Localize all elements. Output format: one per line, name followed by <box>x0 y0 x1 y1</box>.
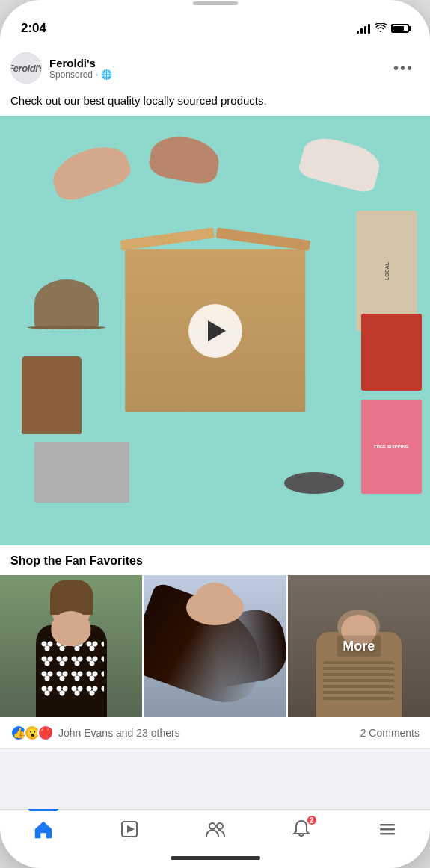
sneaker-decoration <box>297 132 383 193</box>
svg-rect-6 <box>380 833 395 835</box>
phone-bottom-bar <box>0 847 430 868</box>
notch <box>163 6 268 27</box>
status-time: 2:04 <box>21 21 46 36</box>
local-sign: LOCAL <box>357 211 417 331</box>
shoe1-decoration <box>46 138 134 205</box>
speaker <box>193 1 238 5</box>
svg-rect-5 <box>380 828 395 831</box>
reactions-text[interactable]: John Evans and 23 others <box>58 727 180 739</box>
more-options-button[interactable]: ••• <box>387 57 420 80</box>
sunglasses-decoration <box>284 472 345 494</box>
folded-item <box>34 442 129 503</box>
thumb-2-bg <box>144 575 286 717</box>
nav-home[interactable] <box>21 816 66 843</box>
notification-badge: 2 <box>306 814 318 826</box>
feed-content[interactable]: Feroldi's Feroldi's Sponsored · 🌐 ••• Ch… <box>0 43 430 809</box>
home-bar <box>171 856 260 860</box>
signal-icon <box>357 23 370 34</box>
product-thumbnails: More <box>0 575 430 717</box>
home-icon <box>33 819 54 840</box>
thumb-3[interactable]: More <box>288 575 430 717</box>
hat-decoration <box>34 279 99 326</box>
reactions-row: 👍 😮 ❤️ John Evans and 23 others 2 Commen… <box>0 717 430 749</box>
play-triangle-icon <box>208 320 226 341</box>
status-icons <box>357 22 409 34</box>
reaction-emojis: 👍 😮 ❤️ <box>10 725 54 741</box>
free-shipping-sign: FREE SHIPPING <box>361 400 422 495</box>
thumb-1-bg <box>0 575 142 717</box>
comments-count[interactable]: 2 Comments <box>360 727 420 739</box>
menu-icon <box>377 819 398 840</box>
nav-menu[interactable] <box>365 816 410 843</box>
watch-icon <box>119 819 140 840</box>
phone-frame: 2:04 <box>0 0 430 868</box>
boot-decoration <box>22 356 82 434</box>
top-bar <box>0 0 430 6</box>
bottom-nav: 2 <box>0 809 430 847</box>
avatar-text: Feroldi's <box>10 63 42 74</box>
author-details: Feroldi's Sponsored · 🌐 <box>49 57 112 80</box>
sponsored-label: Sponsored <box>49 69 93 80</box>
svg-point-2 <box>209 823 215 829</box>
svg-rect-4 <box>380 824 395 826</box>
video-container[interactable]: LOCAL FREE SHIPPING <box>0 116 430 545</box>
battery-icon <box>391 24 409 33</box>
status-bar: 2:04 <box>0 6 430 43</box>
section-title: Shop the Fan Favorites <box>0 545 430 575</box>
nav-groups[interactable] <box>193 816 238 843</box>
shoe2-decoration <box>147 131 223 186</box>
nav-active-indicator <box>28 809 58 811</box>
post-header: Feroldi's Feroldi's Sponsored · 🌐 ••• <box>0 43 430 93</box>
post-card: Feroldi's Feroldi's Sponsored · 🌐 ••• Ch… <box>0 43 430 749</box>
avatar: Feroldi's <box>10 52 42 84</box>
svg-point-3 <box>217 823 223 829</box>
more-overlay-label[interactable]: More <box>337 636 381 657</box>
svg-marker-1 <box>127 825 135 833</box>
thumb-1[interactable] <box>0 575 142 717</box>
post-body-text: Check out our best quality locally sourc… <box>0 93 430 116</box>
reactions-left: 👍 😮 ❤️ John Evans and 23 others <box>10 725 180 741</box>
play-button[interactable] <box>188 304 242 358</box>
sponsored-row: Sponsored · 🌐 <box>49 69 112 80</box>
nav-notifications[interactable]: 2 <box>279 816 324 843</box>
globe-icon: 🌐 <box>101 69 112 80</box>
thumb-2[interactable] <box>144 575 286 717</box>
video-bg: LOCAL FREE SHIPPING <box>0 116 430 545</box>
separator: · <box>96 69 98 80</box>
groups-icon <box>205 819 226 840</box>
author-name[interactable]: Feroldi's <box>49 57 112 69</box>
wifi-icon <box>375 22 387 34</box>
author-info: Feroldi's Feroldi's Sponsored · 🌐 <box>10 52 112 84</box>
shirt-decoration <box>361 314 422 391</box>
heart-reaction: ❤️ <box>37 725 54 741</box>
nav-watch[interactable] <box>107 816 152 843</box>
